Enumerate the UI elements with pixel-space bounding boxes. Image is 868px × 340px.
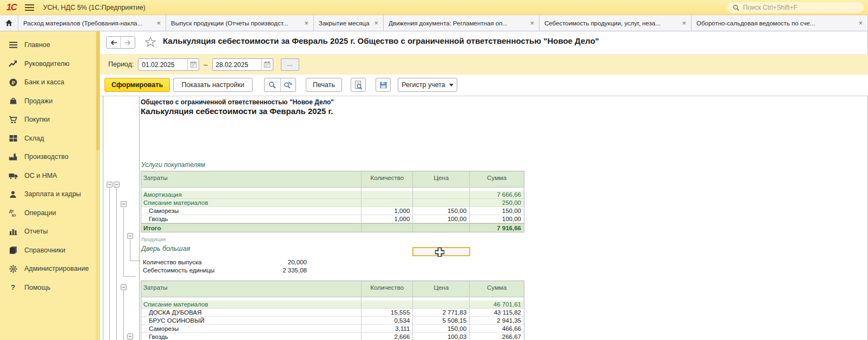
close-icon[interactable]: ×: [858, 19, 863, 27]
table-header-row: Затраты Количество Цена Сумма: [141, 171, 524, 188]
arrow-left-icon: [110, 39, 117, 46]
sidebar-item-rukovoditelyu[interactable]: Руководителю: [0, 55, 100, 74]
find-button[interactable]: [265, 78, 280, 91]
calendar-icon[interactable]: [187, 59, 199, 70]
table-row[interactable]: Гвоздь 1,000 100,00 100,00: [141, 215, 524, 223]
find-next-button[interactable]: [280, 78, 296, 91]
info-label: Количество выпуска: [143, 259, 202, 265]
search-buttons-group: [264, 78, 296, 92]
table-row[interactable]: Списание материалов 250,00: [141, 199, 524, 207]
sidebar-item-os-i-nma[interactable]: ОС и НМА: [0, 166, 100, 185]
close-icon[interactable]: ×: [156, 19, 161, 27]
tab-sebestoimost[interactable]: Себестоимость продукции, услуг, неза... …: [540, 15, 692, 31]
search-refresh-icon: [284, 81, 292, 89]
table-row[interactable]: Саморезы 1,000 150,00 150,00: [141, 207, 524, 215]
table-row[interactable]: Амортизация 7 666,66: [141, 191, 524, 199]
section1-group-title: Услуги покупателям: [141, 161, 205, 169]
sidebar-item-bank-i-kassa[interactable]: Р Банк и касса: [0, 73, 100, 92]
table-row[interactable]: Списание материалов 46 701,61: [141, 301, 524, 309]
sidebar-item-pomosch[interactable]: ? Помощь: [0, 278, 100, 297]
period-from-field[interactable]: 01.02.2025: [138, 58, 199, 71]
sidebar-item-prodazhi[interactable]: Продажи: [0, 92, 100, 111]
sidebar-item-sklad[interactable]: Склад: [0, 129, 100, 148]
table-row[interactable]: БРУС ОСИНОВЫЙ 0,534 5 508,15 2 941,35: [141, 317, 524, 325]
main-panel: Калькуляция себестоимости за Февраль 202…: [100, 31, 868, 340]
print-preview-button[interactable]: [351, 78, 366, 92]
collapse-button[interactable]: –: [127, 233, 133, 239]
sidebar-item-otchety[interactable]: Отчеты: [0, 222, 100, 241]
print-button[interactable]: Печать: [306, 78, 342, 92]
tree-line: [130, 261, 140, 261]
sidebar-item-administrirovanie[interactable]: Администрирование: [0, 259, 100, 278]
table-row[interactable]: ДОСКА ДУБОВАЯ 15,555 2 771,83 43 115,82: [141, 309, 524, 317]
factory-icon: [8, 152, 18, 161]
cart-icon: [8, 115, 18, 124]
page-title: Калькуляция себестоимости за Февраль 202…: [163, 36, 599, 45]
tab-osv[interactable]: Оборотно-сальдовая ведомость по сче... ×: [692, 15, 868, 31]
collapse-button[interactable]: –: [107, 182, 113, 188]
books-icon: [8, 246, 18, 255]
table-row[interactable]: Гвоздь 2,666 100,03 266,67: [141, 333, 524, 340]
calendar-icon[interactable]: [261, 59, 273, 70]
window-title: УСН, НДС 5% (1С:Предприятие): [43, 4, 145, 11]
trend-icon: [8, 59, 18, 68]
period-more-button[interactable]: ...: [281, 58, 299, 71]
collapse-button[interactable]: –: [127, 334, 133, 339]
svg-text:?: ?: [11, 283, 15, 291]
tree-line: [123, 208, 124, 276]
search-icon: [268, 81, 277, 89]
preview-icon: [354, 81, 363, 90]
floppy-icon: [379, 81, 387, 89]
sidebar-item-pokupki[interactable]: Покупки: [0, 110, 100, 129]
report-sheet: – – – – – – Общество с ограниченной отве…: [100, 96, 868, 340]
collapse-button[interactable]: –: [121, 201, 127, 207]
top-bar: 1С УСН, НДС 5% (1С:Предприятие) Поиск Ct…: [0, 0, 868, 15]
info-value: 2 335,08: [252, 267, 307, 274]
chevron-down-icon: [449, 84, 453, 86]
table-row[interactable]: Саморезы 3,111 150,00 466,66: [141, 325, 524, 333]
tab-zakrytie-mesyaca[interactable]: Закрытие месяца ×: [314, 15, 384, 31]
close-icon[interactable]: ×: [530, 19, 534, 27]
tree-line: [123, 291, 124, 340]
sidebar-item-zarplata-i-kadry[interactable]: Зарплата и кадры: [0, 185, 100, 204]
table-header-row: Затраты Количество Цена Сумма: [141, 281, 524, 297]
close-icon[interactable]: ×: [304, 19, 308, 27]
save-button[interactable]: [376, 78, 391, 92]
tab-dvizheniya-dokumenta[interactable]: Движения документа: Регламентная оп... ×: [384, 15, 540, 31]
sidebar-item-glavnoe[interactable]: Главное: [0, 36, 100, 55]
forward-button[interactable]: [121, 37, 135, 48]
1c-logo-icon: 1С: [6, 3, 16, 12]
sidebar-item-proizvodstvo[interactable]: Производство: [0, 148, 100, 166]
sidebar-scrollbar[interactable]: [96, 31, 100, 340]
period-to-field[interactable]: 28.02.2025: [212, 58, 273, 71]
favorite-star-icon[interactable]: [144, 36, 156, 50]
nav-buttons: [106, 36, 135, 49]
main-menu-icon[interactable]: [25, 4, 34, 11]
register-dropdown-button[interactable]: Регистр учета: [398, 78, 457, 92]
menu-icon: [8, 41, 18, 49]
collapse-button[interactable]: –: [114, 182, 120, 188]
close-icon[interactable]: ×: [682, 19, 686, 27]
sidebar-item-spravochniki[interactable]: Справочники: [0, 241, 100, 260]
show-settings-button[interactable]: Показать настройки: [173, 78, 253, 92]
tree-line: [123, 276, 135, 277]
report-heading: Калькуляция себестоимости за Февраль 202…: [141, 106, 333, 116]
close-icon[interactable]: ×: [374, 19, 378, 27]
tab-bar: Расход материалов (Требования-накла... ×…: [0, 15, 868, 31]
tab-vypusk-produkcii[interactable]: Выпуск продукции (Отчеты производст... ×: [166, 15, 314, 31]
table-total-row[interactable]: Итого 7 916,66: [141, 223, 524, 232]
sidebar-item-operacii[interactable]: ДтКт Операции: [0, 204, 100, 223]
help-icon: ?: [8, 283, 18, 292]
search-placeholder: Поиск Ctrl+Shift+F: [743, 4, 798, 11]
tab-rashod-materialov[interactable]: Расход материалов (Требования-накла... ×: [18, 15, 166, 31]
home-icon: [5, 19, 13, 27]
period-band: Период: 01.02.2025 – 28.02.2025 ...: [100, 54, 868, 75]
collapse-button[interactable]: –: [121, 284, 127, 290]
tree-line: [109, 188, 110, 340]
tree-line: [130, 239, 130, 261]
global-search-input[interactable]: Поиск Ctrl+Shift+F: [727, 2, 864, 13]
generate-button[interactable]: Сформировать: [104, 78, 170, 92]
back-button[interactable]: [107, 37, 121, 48]
tab-home[interactable]: [0, 15, 18, 31]
costs-table-product: Затраты Количество Цена Сумма Списание м…: [141, 281, 524, 340]
